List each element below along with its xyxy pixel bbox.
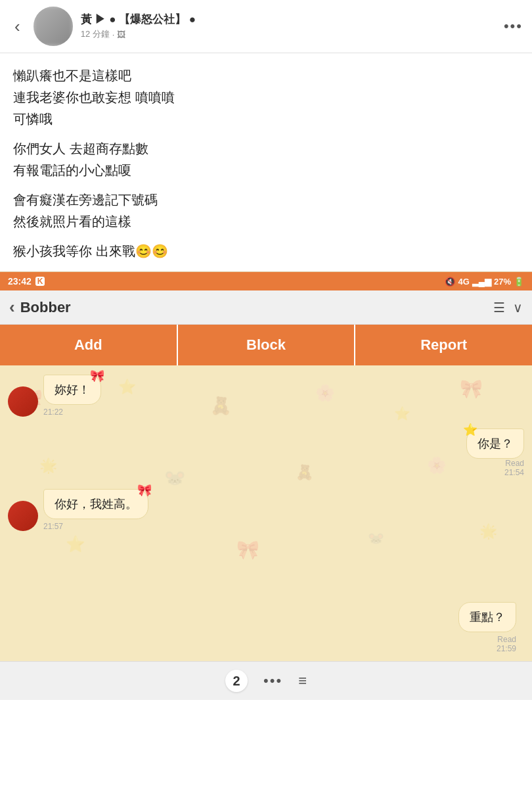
message-bubble-1: 🎀 妳好！ xyxy=(43,375,101,405)
post-author: 黃 ▶ ● 【爆怒公社】 ● xyxy=(81,12,496,27)
post-meta: 12 分鐘 · 🖼 xyxy=(81,28,496,40)
avatar xyxy=(33,7,73,46)
statusbar-left: 23:42 K xyxy=(8,276,45,287)
back-button[interactable]: ‹ xyxy=(9,14,26,39)
phone-statusbar: 23:42 K 🔇 4G ▂▄▆ 27% 🔋 xyxy=(0,272,532,290)
chat-message-2: ⭐ 你是？ Read21:54 xyxy=(8,429,524,477)
post-paragraph-1: 懶趴癢也不是這樣吧連我老婆你也敢妄想 噴噴噴可憐哦 xyxy=(13,65,519,130)
chat-header-left: ‹ Bobber xyxy=(9,297,71,317)
k-icon: K xyxy=(35,277,45,286)
phone-time: 23:42 xyxy=(8,276,32,287)
phone-chat-header: ‹ Bobber ☰ ∨ xyxy=(0,290,532,325)
bottom-number[interactable]: 2 xyxy=(225,670,248,692)
more-options-button[interactable]: ••• xyxy=(504,18,523,35)
message-time-1: 21:22 xyxy=(43,407,101,417)
bottom-dots-button[interactable]: ••• xyxy=(263,672,282,689)
last-message-right: 重點？ Read21:59 xyxy=(458,602,516,653)
post-paragraph-4: 猴小孩我等你 出來戰😊😊 xyxy=(13,241,519,262)
message-meta-2: Read21:54 xyxy=(504,459,524,477)
svg-text:🐭: 🐭 xyxy=(368,530,384,546)
last-message-bubble: 重點？ xyxy=(458,602,516,632)
last-message-row: 重點？ Read21:59 xyxy=(8,595,524,656)
add-button[interactable]: Add xyxy=(0,325,178,365)
last-message-text: 重點？ xyxy=(470,611,505,624)
chat-contact-name: Bobber xyxy=(20,299,71,316)
message-bubble-wrap-2: ⭐ 你是？ Read21:54 xyxy=(466,429,524,477)
chat-area: 🎀 ⭐ 🧸 🌸 ⭐ 🎀 🌟 🐭 🧸 🌸 ⭐ 🎀 🐭 🌟 xyxy=(0,365,532,595)
message-bubble-3: 🎀 你好，我姓高。 xyxy=(43,489,148,519)
post-body: 懶趴癢也不是這樣吧連我老婆你也敢妄想 噴噴噴可憐哦 你們女人 去超商存點數有報電… xyxy=(0,53,532,271)
message-deco-3: 🎀 xyxy=(137,483,152,498)
message-deco-1: 🎀 xyxy=(90,369,104,383)
statusbar-right: 🔇 4G ▂▄▆ 27% 🔋 xyxy=(445,277,524,287)
post-header: ‹ 黃 ▶ ● 【爆怒公社】 ● 12 分鐘 · 🖼 ••• xyxy=(0,0,532,53)
chat-message-1: 🎀 妳好！ 21:22 xyxy=(8,375,524,417)
header-info: 黃 ▶ ● 【爆怒公社】 ● 12 分鐘 · 🖼 xyxy=(81,12,496,40)
message-text-3: 你好，我姓高。 xyxy=(55,498,137,511)
sender-avatar-1 xyxy=(8,386,38,417)
message-read-2: Read21:54 xyxy=(504,459,524,477)
post-paragraph-2: 你們女人 去超商存點數有報電話的小心點嗄 xyxy=(13,138,519,181)
message-text-2: 你是？ xyxy=(477,437,513,450)
sender-avatar-3 xyxy=(8,501,38,531)
chat-menu-icon[interactable]: ☰ xyxy=(493,300,505,315)
svg-text:⭐: ⭐ xyxy=(66,534,85,553)
chat-header-right: ☰ ∨ xyxy=(493,300,523,315)
signal-4g: 4G xyxy=(458,277,469,287)
post-paragraph-3: 會有癡漢在旁邊記下號碼然後就照片看的這樣 xyxy=(13,189,519,233)
chat-down-icon[interactable]: ∨ xyxy=(513,300,523,315)
last-message-read: Read21:59 xyxy=(497,635,516,653)
chat-message-3: 🎀 你好，我姓高。 21:57 xyxy=(8,489,524,531)
last-message-meta: Read21:59 xyxy=(497,635,516,653)
phone-bottom-bar: 2 ••• ≡ xyxy=(0,661,532,700)
report-button[interactable]: Report xyxy=(355,325,532,365)
action-buttons-row: Add Block Report xyxy=(0,325,532,365)
last-message-area: 重點？ Read21:59 xyxy=(0,595,532,661)
bottom-list-icon[interactable]: ≡ xyxy=(298,672,307,689)
chat-back-button[interactable]: ‹ xyxy=(9,297,15,317)
message-bubble-2: ⭐ 你是？ xyxy=(466,429,524,459)
mute-icon: 🔇 xyxy=(445,277,455,287)
battery-icon: 🔋 xyxy=(514,277,524,287)
block-button[interactable]: Block xyxy=(178,325,356,365)
signal-bars: ▂▄▆ xyxy=(472,277,491,287)
svg-text:🎀: 🎀 xyxy=(236,539,259,561)
message-bubble-wrap-1: 🎀 妳好！ 21:22 xyxy=(43,375,101,417)
battery-percent: 27% xyxy=(494,277,511,287)
message-text-1: 妳好！ xyxy=(55,383,90,396)
phone-screenshot: 23:42 K 🔇 4G ▂▄▆ 27% 🔋 ‹ Bobber ☰ ∨ Add … xyxy=(0,271,532,700)
message-deco-2: ⭐ xyxy=(463,423,477,437)
message-bubble-wrap-3: 🎀 你好，我姓高。 21:57 xyxy=(43,489,148,531)
message-time-3: 21:57 xyxy=(43,522,148,531)
